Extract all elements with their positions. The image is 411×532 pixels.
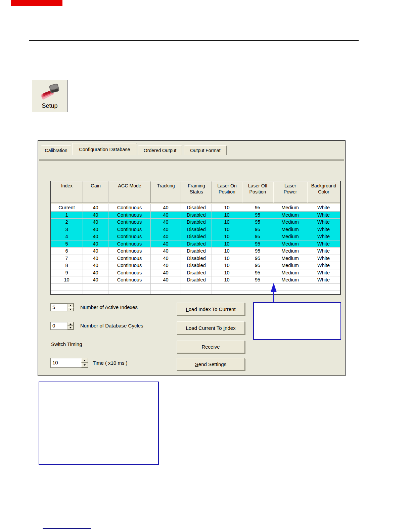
table-cell[interactable]: 40 [151, 269, 181, 277]
table-cell[interactable]: Continuous [108, 269, 151, 277]
table-cell[interactable]: 40 [151, 248, 181, 255]
table-cell[interactable]: Continuous [108, 233, 151, 240]
table-row[interactable]: 240Continuous40Disabled1095MediumWhite [51, 219, 340, 226]
table-cell[interactable]: Disabled [181, 248, 212, 255]
table-cell[interactable]: 95 [242, 240, 273, 248]
spin-up-button[interactable] [67, 304, 74, 307]
table-cell[interactable]: 40 [83, 212, 108, 219]
table-cell[interactable]: 40 [151, 240, 181, 248]
table-cell[interactable]: White [307, 226, 340, 233]
spin-down-button[interactable] [81, 363, 88, 367]
spin-up-button[interactable] [81, 358, 88, 363]
table-cell[interactable]: White [307, 276, 340, 284]
table-cell[interactable]: 95 [242, 233, 273, 240]
table-cell[interactable]: 10 [212, 226, 242, 233]
table-cell[interactable]: Disabled [181, 226, 212, 233]
table-cell[interactable]: 4 [51, 233, 83, 240]
setup-tool-button[interactable]: Setup [32, 80, 67, 112]
table-cell[interactable]: 95 [242, 204, 273, 212]
table-cell[interactable]: 40 [151, 204, 181, 212]
load-current-to-index-button[interactable]: Load Current To Index [177, 321, 245, 334]
table-cell[interactable]: 40 [83, 269, 108, 277]
table-cell[interactable]: Medium [273, 248, 307, 255]
table-cell[interactable]: White [307, 212, 340, 219]
table-cell[interactable]: 40 [151, 212, 181, 219]
spin-down-button[interactable] [67, 307, 74, 311]
table-cell[interactable]: 95 [242, 226, 273, 233]
table-cell[interactable]: 10 [212, 219, 242, 226]
table-cell[interactable]: 10 [212, 276, 242, 284]
send-settings-button[interactable]: Send Settings [177, 358, 245, 370]
table-cell[interactable]: Continuous [108, 204, 151, 212]
table-cell[interactable]: 40 [151, 276, 181, 284]
table-cell[interactable]: 40 [83, 255, 108, 262]
table-cell[interactable]: 95 [242, 219, 273, 226]
table-cell[interactable]: 10 [51, 276, 83, 284]
table-cell[interactable]: Medium [273, 276, 307, 284]
table-row[interactable]: 640Continuous40Disabled1095MediumWhite [51, 248, 340, 255]
tab-ordered-output[interactable]: Ordered Output [138, 145, 182, 155]
table-cell[interactable]: Disabled [181, 240, 212, 248]
table-cell[interactable]: Continuous [108, 262, 151, 269]
table-cell[interactable]: 95 [242, 248, 273, 255]
table-cell[interactable]: 7 [51, 255, 83, 262]
table-cell[interactable]: 95 [242, 255, 273, 262]
table-cell[interactable]: Continuous [108, 255, 151, 262]
table-cell[interactable]: 5 [51, 240, 83, 248]
table-cell[interactable]: 95 [242, 276, 273, 284]
table-row[interactable]: 740Continuous40Disabled1095MediumWhite [51, 255, 340, 262]
table-cell[interactable]: White [307, 262, 340, 269]
database-cycles-spinner[interactable]: 0 [50, 322, 74, 330]
table-cell[interactable]: 40 [83, 219, 108, 226]
table-cell[interactable]: Continuous [108, 226, 151, 233]
table-cell[interactable]: Continuous [108, 276, 151, 284]
table-cell[interactable]: 10 [212, 248, 242, 255]
table-cell[interactable]: 10 [212, 212, 242, 219]
table-cell[interactable]: 40 [83, 233, 108, 240]
spin-up-button[interactable] [67, 322, 74, 326]
table-cell[interactable]: 40 [151, 219, 181, 226]
table-row[interactable]: Current40Continuous40Disabled1095MediumW… [51, 204, 340, 212]
table-cell[interactable]: Continuous [108, 219, 151, 226]
table-cell[interactable]: 40 [83, 276, 108, 284]
table-cell[interactable]: 9 [51, 269, 83, 277]
table-cell[interactable]: 40 [151, 255, 181, 262]
table-cell[interactable]: 95 [242, 212, 273, 219]
table-cell[interactable]: White [307, 233, 340, 240]
table-cell[interactable]: White [307, 255, 340, 262]
table-row[interactable]: 1040Continuous40Disabled1095MediumWhite [51, 276, 340, 284]
table-cell[interactable]: Disabled [181, 219, 212, 226]
table-cell[interactable]: Medium [273, 219, 307, 226]
table-cell[interactable]: 1 [51, 212, 83, 219]
table-cell[interactable]: Disabled [181, 276, 212, 284]
receive-button[interactable]: Receive [177, 341, 245, 353]
table-cell[interactable]: White [307, 204, 340, 212]
table-cell[interactable]: Continuous [108, 248, 151, 255]
table-cell[interactable]: 10 [212, 240, 242, 248]
table-cell[interactable]: 40 [83, 240, 108, 248]
tab-calibration[interactable]: Calibration [41, 145, 71, 155]
tab-output-format[interactable]: Output Format [184, 145, 227, 155]
table-cell[interactable]: 6 [51, 248, 83, 255]
table-cell[interactable]: 8 [51, 262, 83, 269]
table-cell[interactable]: Medium [273, 269, 307, 277]
table-cell[interactable]: Medium [273, 233, 307, 240]
table-row[interactable]: 940Continuous40Disabled1095MediumWhite [51, 269, 340, 277]
table-row[interactable]: 840Continuous40Disabled1095MediumWhite [51, 262, 340, 269]
table-cell[interactable]: 40 [83, 248, 108, 255]
table-cell[interactable]: 10 [212, 255, 242, 262]
table-cell[interactable]: 40 [83, 262, 108, 269]
table-row[interactable]: 140Continuous40Disabled1095MediumWhite [51, 212, 340, 219]
spin-down-button[interactable] [67, 326, 74, 329]
database-cycles-value[interactable]: 0 [51, 322, 67, 329]
table-cell[interactable]: White [307, 219, 340, 226]
table-cell[interactable]: Medium [273, 226, 307, 233]
table-cell[interactable]: Disabled [181, 262, 212, 269]
table-row[interactable]: 540Continuous40Disabled1095MediumWhite [51, 240, 340, 248]
tab-configuration-database[interactable]: Configuration Database [72, 143, 137, 155]
table-cell[interactable]: 95 [242, 262, 273, 269]
table-cell[interactable]: Current [51, 204, 83, 212]
table-cell[interactable]: White [307, 269, 340, 277]
table-cell[interactable]: Medium [273, 240, 307, 248]
table-row[interactable]: 440Continuous40Disabled1095MediumWhite [51, 233, 340, 240]
